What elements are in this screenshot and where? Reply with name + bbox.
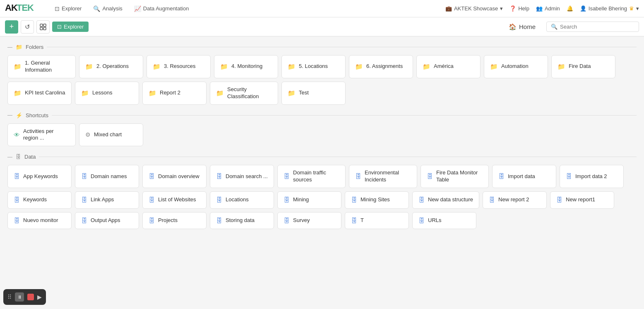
shortcut-mixed-chart[interactable]: ⚙ Mixed chart xyxy=(79,123,143,147)
forward-button[interactable]: ▶ xyxy=(37,294,42,300)
drag-handle[interactable]: ⠿ xyxy=(7,294,12,300)
top-navigation: AK TEK ⊡ Explorer 🔍 Analysis 📈 Data Augm… xyxy=(0,0,644,17)
shortcut-activities-per-region[interactable]: 👁 Activities per region ... xyxy=(7,123,76,147)
table-icon: 🗄 xyxy=(498,172,505,181)
data-domain-traffic-sources[interactable]: 🗄 Domain traffic sources xyxy=(277,165,346,188)
folder-icon: 📁 xyxy=(14,89,22,97)
data-import-data-2[interactable]: 🗄 Import data 2 xyxy=(560,165,624,188)
toolbar: + ↺ ⊡ Explorer 🏠 Home 🔍 xyxy=(0,17,644,36)
folder-operations[interactable]: 📁 2. Operations xyxy=(79,55,143,78)
refresh-button[interactable]: ↺ xyxy=(21,20,34,34)
folder-icon: 📁 xyxy=(288,63,296,71)
data-list-of-websites[interactable]: 🗄 List of Websites xyxy=(142,191,207,209)
folder-lessons[interactable]: 📁 Lessons xyxy=(75,82,139,105)
table-icon: 🗄 xyxy=(284,217,290,225)
svg-rect-3 xyxy=(43,24,46,27)
search-input[interactable] xyxy=(560,24,634,30)
folder-fire-data[interactable]: 📁 Fire Data xyxy=(551,55,615,78)
folder-report-2[interactable]: 📁 Report 2 xyxy=(142,82,207,105)
table-icon: 🗄 xyxy=(81,196,87,204)
notifications-button[interactable]: 🔔 xyxy=(567,5,573,12)
shortcuts-icon: ⚡ xyxy=(16,112,22,118)
data-projects[interactable]: 🗄 Projects xyxy=(142,212,207,229)
home-breadcrumb: 🏠 Home xyxy=(509,23,536,31)
pause-button[interactable]: ⏸ xyxy=(15,292,24,302)
search-box[interactable]: 🔍 xyxy=(546,22,639,32)
data-toggle[interactable]: — xyxy=(7,154,12,160)
data-fire-data-monitor-table[interactable]: 🗄 Fire Data Monitor Table xyxy=(421,165,489,188)
explorer-active-tab[interactable]: ⊡ Explorer xyxy=(52,22,89,32)
folder-kpi-test-carolina[interactable]: 📁 KPI test Carolina xyxy=(7,82,72,105)
table-icon: 🗄 xyxy=(427,172,433,181)
user-chevron: ▾ xyxy=(636,5,639,12)
data-locations[interactable]: 🗄 Locations xyxy=(210,191,274,209)
folders-toggle[interactable]: — xyxy=(7,44,12,50)
folder-icon: 📁 xyxy=(14,63,22,71)
topnav-right: 💼 AKTEK Showcase ▾ ❓ Help 👥 Admin 🔔 👤 Is… xyxy=(445,5,639,12)
admin-button[interactable]: 👥 Admin xyxy=(536,5,560,12)
folder-security-classification[interactable]: 📁 Security Classification xyxy=(210,82,278,105)
table-icon: 🗄 xyxy=(418,217,425,225)
user-profile[interactable]: 👤 Isabelle Bhering ♛ ▾ xyxy=(580,5,639,12)
folder-icon: 📁 xyxy=(423,63,430,71)
data-nuevo-monitor[interactable]: 🗄 Nuevo monitor xyxy=(7,212,72,229)
data-app-keywords[interactable]: 🗄 App Keywords xyxy=(7,165,72,188)
table-icon: 🗄 xyxy=(284,196,290,204)
data-new-report-2[interactable]: 🗄 New report 2 xyxy=(483,191,547,209)
shortcuts-divider xyxy=(52,115,637,116)
folder-locations[interactable]: 📁 5. Locations xyxy=(281,55,346,78)
nav-data-augmentation[interactable]: 📈 Data Augmentation xyxy=(130,3,193,14)
shortcuts-toggle[interactable]: — xyxy=(7,112,12,118)
data-output-apps[interactable]: 🗄 Output Apps xyxy=(75,212,139,229)
data-keywords[interactable]: 🗄 Keywords xyxy=(7,191,72,209)
folder-icon: 📁 xyxy=(149,89,156,97)
table-icon: 🗄 xyxy=(216,217,222,225)
admin-icon: 👥 xyxy=(536,5,543,12)
nav-analysis[interactable]: 🔍 Analysis xyxy=(89,3,126,14)
data-environmental-incidents[interactable]: 🗄 Environmental Incidents xyxy=(349,165,417,188)
table-icon: 🗄 xyxy=(149,172,155,181)
explorer-tab-icon: ⊡ xyxy=(57,24,62,30)
folders-icon: 📁 xyxy=(16,44,22,50)
data-urls[interactable]: 🗄 URLs xyxy=(412,212,476,229)
folder-general-information[interactable]: 📁 1. General Information xyxy=(7,55,76,78)
eye-icon: 👁 xyxy=(14,131,20,139)
folder-test[interactable]: 📁 Test xyxy=(281,82,346,105)
folder-icon: 📁 xyxy=(288,89,296,97)
data-divider xyxy=(39,157,637,157)
folder-assignments[interactable]: 📁 6. Assignments xyxy=(349,55,413,78)
folder-icon: 📁 xyxy=(81,89,89,97)
workspace-selector[interactable]: 💼 AKTEK Showcase ▾ xyxy=(445,5,503,12)
data-link-apps[interactable]: 🗄 Link Apps xyxy=(75,191,139,209)
table-icon: 🗄 xyxy=(14,172,20,181)
data-new-report1[interactable]: 🗄 New report1 xyxy=(550,191,614,209)
logo: AK TEK xyxy=(5,2,42,15)
stop-button[interactable] xyxy=(27,294,34,300)
nav-explorer[interactable]: ⊡ Explorer xyxy=(50,3,86,14)
folder-automation[interactable]: 📁 Automation xyxy=(484,55,548,78)
group-button[interactable] xyxy=(36,20,50,34)
help-icon: ❓ xyxy=(509,5,516,12)
data-survey[interactable]: 🗄 Survey xyxy=(277,212,341,229)
data-section-header: — 🗄 Data xyxy=(7,154,637,160)
add-button[interactable]: + xyxy=(5,20,18,34)
data-import-data[interactable]: 🗄 Import data xyxy=(492,165,556,188)
data-domain-names[interactable]: 🗄 Domain names xyxy=(75,165,139,188)
svg-text:AK: AK xyxy=(5,2,18,13)
data-new-data-structure[interactable]: 🗄 New data structure xyxy=(412,191,479,209)
data-domain-overview[interactable]: 🗄 Domain overview xyxy=(142,165,207,188)
explorer-icon: ⊡ xyxy=(55,5,60,12)
data-domain-search[interactable]: 🗄 Domain search ... xyxy=(210,165,274,188)
folder-icon: 📁 xyxy=(216,89,224,97)
folder-resources[interactable]: 📁 3. Resources xyxy=(147,55,211,78)
table-icon: 🗄 xyxy=(355,172,361,181)
data-mining[interactable]: 🗄 Mining xyxy=(277,191,341,209)
folder-america[interactable]: 📁 América xyxy=(416,55,481,78)
data-t[interactable]: 🗄 T xyxy=(345,212,409,229)
table-icon: 🗄 xyxy=(418,196,425,204)
bell-icon: 🔔 xyxy=(567,5,573,12)
data-mining-sites[interactable]: 🗄 Mining Sites xyxy=(345,191,409,209)
folder-monitoring[interactable]: 📁 4. Monitoring xyxy=(214,55,278,78)
data-storing-data[interactable]: 🗄 Storing data xyxy=(210,212,274,229)
help-button[interactable]: ❓ Help xyxy=(509,5,529,12)
